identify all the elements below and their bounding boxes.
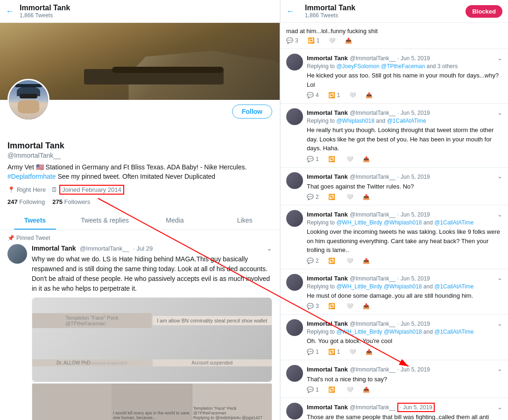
tab-media[interactable]: Media <box>140 211 210 230</box>
tweet-thread: Immortal Tank @ImmortalTank__ · Jun 5, 2… <box>281 49 508 420</box>
retweet-action[interactable]: 🔁 <box>328 303 337 309</box>
reply-action[interactable]: 💬 3 <box>307 303 319 309</box>
reply-count: 1 <box>316 156 319 162</box>
right-back-button[interactable]: ← <box>286 7 295 16</box>
share-action[interactable]: 📤 <box>345 37 352 44</box>
reply-action[interactable]: 💬 3 <box>286 37 298 44</box>
profile-display-name: Immortal Tank <box>7 141 272 151</box>
thread-text: Those are the same people that bill was … <box>307 413 502 420</box>
thread-actions: 💬 1 🔁 🤍 📤 <box>307 386 502 393</box>
reply-action[interactable]: 💬 4 <box>307 92 319 98</box>
bio-hashtag[interactable]: #Deplatformhate <box>7 173 56 180</box>
retweet-action[interactable]: 🔁 <box>328 156 337 162</box>
retweet-action[interactable]: 🔁 1 <box>328 349 340 355</box>
thread-tweet-header: Immortal Tank @ImmortalTank__ · Jun 5, 2… <box>286 210 502 264</box>
reply-icon: 💬 <box>307 303 314 309</box>
pinned-tweet-container: 📌 Pinned Tweet Immortal Tank @ImmortalTa… <box>0 230 280 420</box>
thread-chevron[interactable]: ⌄ <box>497 320 502 327</box>
thread-author-line: Immortal Tank @ImmortalTank__ · Jun 5, 2… <box>307 319 502 328</box>
thread-actions: 💬 2 🔁 🤍 📤 <box>307 194 502 200</box>
reply-action[interactable]: 💬 2 <box>307 258 319 264</box>
joined-date: Joined February 2014 <box>59 185 124 195</box>
top-tweet-actions: 💬 3 🔁 1 🤍 📤 <box>286 37 502 44</box>
follow-button[interactable]: Follow <box>232 105 272 119</box>
thread-chevron[interactable]: ⌄ <box>497 404 502 411</box>
retweet-action[interactable]: 🔁 1 <box>328 92 340 98</box>
thread-actions: 💬 1 🔁 1 🤍 📤 <box>307 349 502 355</box>
retweet-action[interactable]: 🔁 <box>328 194 337 200</box>
tab-likes[interactable]: Likes <box>210 211 280 230</box>
profile-info-area: Follow Immortal Tank @ImmortalTank__ Arm… <box>0 100 280 205</box>
thread-author-line: Immortal Tank @ImmortalTank__ · Jun 5, 2… <box>307 365 502 373</box>
share-action[interactable]: 📤 <box>366 349 373 355</box>
reply-to: Replying to @WH_Little_Birdy @Whiplash01… <box>307 283 502 290</box>
thread-chevron[interactable]: ⌄ <box>497 55 502 62</box>
reply-action[interactable]: 💬 1 <box>307 156 319 162</box>
followers-stat[interactable]: 275 Followers <box>52 198 90 205</box>
retweet-action[interactable]: 🔁 <box>328 258 337 264</box>
share-action[interactable]: 📤 <box>363 156 370 162</box>
thread-avatar <box>286 108 303 125</box>
tweet-header: Immortal Tank @ImmortalTank__ · Jul 29 ⌄ <box>32 244 272 252</box>
thread-chevron[interactable]: ⌄ <box>497 365 502 372</box>
blocked-button[interactable]: Blocked <box>466 5 502 18</box>
pin-icon: 📌 <box>7 235 14 241</box>
right-header-title: Immortal Tank 1,866 Tweets <box>305 4 355 19</box>
like-action[interactable]: 🤍 <box>349 92 356 98</box>
thread-tweet-body: Immortal Tank @ImmortalTank__ · Jun 5, 2… <box>307 54 502 98</box>
thread-author: Immortal Tank <box>307 109 348 116</box>
share-action[interactable]: 📤 <box>363 194 370 200</box>
tweet-chevron[interactable]: ⌄ <box>267 245 272 252</box>
reply-action[interactable]: 💬 1 <box>307 386 319 393</box>
tweet-handle: @ImmortalTank__ <box>80 245 129 252</box>
thread-actions: 💬 3 🔁 🤍 📤 <box>307 303 502 309</box>
share-action[interactable]: 📤 <box>363 258 370 264</box>
thread-tweet-header: Immortal Tank @ImmortalTank__ · Jun 5, 2… <box>286 403 502 420</box>
share-icon: 📤 <box>345 37 352 44</box>
retweet-action[interactable]: 🔁 1 <box>308 37 320 44</box>
thread-text: That goes against the Twitter rules. No? <box>307 182 502 191</box>
reply-action[interactable]: 💬 2 <box>307 194 319 200</box>
tweet-image-grid: Templeton "Face" Peck@TPtheFaceman I am … <box>32 297 272 382</box>
joined-meta: 🗓 Joined February 2014 <box>51 185 124 195</box>
reply-icon: 💬 <box>286 37 293 44</box>
thread-text: Looking over the incoming tweets he was … <box>307 227 502 255</box>
profile-meta: 📍 Right Here 🗓 Joined February 2014 <box>7 185 272 195</box>
like-action[interactable]: 🤍 <box>349 349 356 355</box>
thread-author: Immortal Tank <box>307 366 348 373</box>
pinned-label: 📌 Pinned Tweet <box>7 235 272 241</box>
share-action[interactable]: 📤 <box>363 303 370 309</box>
thread-author: Immortal Tank <box>307 211 348 218</box>
thread-chevron[interactable]: ⌄ <box>497 274 502 281</box>
right-header-tweets: 1,866 Tweets <box>305 12 355 19</box>
like-action[interactable]: 🤍 <box>329 37 336 44</box>
thread-tweet-header: Immortal Tank @ImmortalTank__ · Jun 5, 2… <box>286 365 502 393</box>
thread-text: He kicked your ass too. Still got his na… <box>307 71 502 89</box>
thread-tweet-header: Immortal Tank @ImmortalTank__ · Jun 5, 2… <box>286 172 502 201</box>
share-action[interactable]: 📤 <box>366 92 373 98</box>
thread-chevron[interactable]: ⌄ <box>497 211 502 218</box>
like-action[interactable]: 🤍 <box>346 303 353 309</box>
like-icon: 🤍 <box>346 258 353 264</box>
like-action[interactable]: 🤍 <box>346 258 353 264</box>
like-action[interactable]: 🤍 <box>346 156 353 162</box>
following-stat[interactable]: 247 Following <box>7 198 45 205</box>
reply-action[interactable]: 💬 1 <box>307 349 319 355</box>
like-action[interactable]: 🤍 <box>346 194 353 200</box>
like-action[interactable]: 🤍 <box>346 386 353 393</box>
like-icon: 🤍 <box>349 92 356 98</box>
profile-handle: @ImmortalTank__ <box>7 152 272 159</box>
reply-count: 1 <box>316 386 319 393</box>
thread-chevron[interactable]: ⌄ <box>497 173 502 180</box>
thread-handle: @ImmortalTank__ <box>350 366 395 373</box>
tab-tweets-replies[interactable]: Tweets & replies <box>70 211 140 230</box>
retweet-icon: 🔁 <box>328 303 335 309</box>
retweet-icon: 🔁 <box>328 156 335 162</box>
thread-chevron[interactable]: ⌄ <box>497 109 502 116</box>
thread-author-info: Immortal Tank @ImmortalTank__ · Jun 5, 2… <box>307 365 430 373</box>
tab-tweets[interactable]: Tweets <box>0 211 70 230</box>
retweet-action[interactable]: 🔁 <box>328 386 337 393</box>
back-button[interactable]: ← <box>6 7 14 16</box>
share-action[interactable]: 📤 <box>363 386 370 393</box>
thread-tweet-5: Immortal Tank @ImmortalTank__ · Jun 5, 2… <box>281 315 508 360</box>
